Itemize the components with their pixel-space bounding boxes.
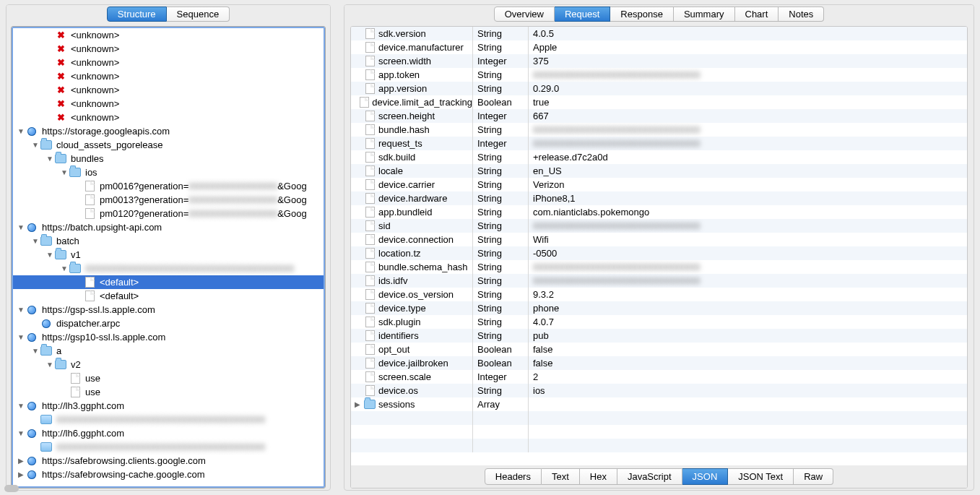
disclosure-triangle[interactable]: ▼ bbox=[16, 399, 26, 413]
json-row[interactable]: sidString0000000000000000000000000000000… bbox=[351, 219, 967, 233]
json-row[interactable]: screen.widthInteger375 bbox=[351, 54, 967, 68]
format-tab-raw[interactable]: Raw bbox=[794, 468, 833, 485]
tree-row[interactable]: 0000000000000000000000000000000000000000 bbox=[13, 413, 324, 426]
tab-overview[interactable]: Overview bbox=[494, 7, 555, 22]
disclosure-triangle[interactable]: ▼ bbox=[45, 358, 55, 371]
disclosure-triangle[interactable]: ▼ bbox=[45, 152, 55, 165]
tree-row[interactable]: dispatcher.arpc bbox=[13, 317, 324, 330]
tree-row[interactable]: ▼a bbox=[13, 344, 324, 358]
format-tab-text[interactable]: Text bbox=[542, 468, 580, 485]
disclosure-triangle[interactable]: ▼ bbox=[16, 124, 26, 138]
format-tab-hex[interactable]: Hex bbox=[580, 468, 617, 485]
tree-row[interactable]: ▼v2 bbox=[13, 358, 324, 371]
json-row[interactable]: ▶sessionsArray bbox=[351, 397, 967, 411]
json-row[interactable]: device.connectionStringWifi bbox=[351, 233, 967, 246]
json-row[interactable]: device.carrierStringVerizon bbox=[351, 178, 967, 191]
json-row[interactable]: device.jailbrokenBooleanfalse bbox=[351, 356, 967, 370]
tree-row[interactable]: ✖<unknown> bbox=[13, 56, 324, 69]
tree-row[interactable]: ▼bundles bbox=[13, 152, 324, 165]
json-row[interactable]: opt_outBooleanfalse bbox=[351, 343, 967, 356]
tree-row[interactable]: <default> bbox=[13, 289, 324, 303]
disclosure-triangle[interactable]: ▼ bbox=[59, 165, 69, 179]
tree-row[interactable]: ▼batch bbox=[13, 234, 324, 248]
json-row[interactable]: bundle.schema_hashString0000000000000000… bbox=[351, 260, 967, 274]
tree-row[interactable]: pm0120?generation=00000000000000000&Goog bbox=[13, 207, 324, 220]
disclosure-triangle[interactable]: ▼ bbox=[16, 220, 26, 234]
format-tab-javascript[interactable]: JavaScript bbox=[617, 468, 682, 485]
structure-tree[interactable]: ✖<unknown>✖<unknown>✖<unknown>✖<unknown>… bbox=[13, 28, 324, 486]
tree-row[interactable]: pm0013?generation=00000000000000000&Goog bbox=[13, 193, 324, 207]
format-tab-json[interactable]: JSON bbox=[682, 468, 729, 485]
json-row[interactable]: device.limit_ad_trackingBooleantrue bbox=[351, 95, 967, 109]
json-row[interactable]: screen.scaleInteger2 bbox=[351, 370, 967, 384]
horizontal-scrollbar[interactable] bbox=[6, 485, 331, 491]
tree-row[interactable]: ▼https://batch.upsight-api.com bbox=[13, 220, 324, 234]
tree-row[interactable]: use bbox=[13, 385, 324, 399]
tree-row[interactable]: ✖<unknown> bbox=[13, 111, 324, 124]
tree-row[interactable]: ▼https://storage.googleapis.com bbox=[13, 124, 324, 138]
disclosure-triangle[interactable]: ▼ bbox=[59, 262, 69, 275]
json-type: Integer bbox=[473, 137, 529, 150]
tab-notes[interactable]: Notes bbox=[779, 7, 824, 22]
json-row[interactable]: sdk.pluginString4.0.7 bbox=[351, 315, 967, 329]
tree-row[interactable]: ▼http://lh3.ggpht.com bbox=[13, 399, 324, 413]
tree-row[interactable]: ▶https://safebrowsing-cache.google.com bbox=[13, 468, 324, 481]
tab-sequence[interactable]: Sequence bbox=[167, 7, 230, 22]
tree-row[interactable]: ✖<unknown> bbox=[13, 83, 324, 97]
tab-structure[interactable]: Structure bbox=[107, 7, 167, 22]
json-row[interactable]: identifiersStringpub bbox=[351, 329, 967, 343]
json-row[interactable]: localeStringen_US bbox=[351, 164, 967, 178]
json-row[interactable]: location.tzString-0500 bbox=[351, 246, 967, 260]
tree-row[interactable]: ✖<unknown> bbox=[13, 69, 324, 83]
json-row[interactable]: app.tokenString0000000000000000000000000… bbox=[351, 68, 967, 82]
tree-row[interactable]: pm0016?generation=00000000000000000&Goog bbox=[13, 179, 324, 193]
right-tabs: OverviewRequestResponseSummaryChartNotes bbox=[344, 5, 974, 23]
tree-row[interactable]: ▼000000000000000000000000000000000000000… bbox=[13, 262, 324, 275]
tree-row[interactable]: ✖<unknown> bbox=[13, 97, 324, 111]
json-row[interactable]: request_tsInteger00000000000000000000000… bbox=[351, 137, 967, 150]
json-value: ios bbox=[529, 384, 967, 397]
json-row[interactable]: device.os_versionString9.3.2 bbox=[351, 288, 967, 301]
disclosure-triangle[interactable]: ▼ bbox=[16, 303, 26, 317]
disclosure-triangle[interactable]: ▶ bbox=[16, 468, 26, 481]
disclosure-triangle[interactable]: ▶ bbox=[351, 400, 364, 408]
format-tab-json text[interactable]: JSON Text bbox=[728, 468, 794, 485]
disclosure-triangle[interactable]: ▼ bbox=[30, 344, 40, 358]
tree-row[interactable]: 0000000000000000000000000000000000000000 bbox=[13, 440, 324, 454]
tree-row[interactable]: ▼https://gsp-ssl.ls.apple.com bbox=[13, 303, 324, 317]
tree-row[interactable]: use bbox=[13, 371, 324, 385]
json-row[interactable]: app.versionString0.29.0 bbox=[351, 82, 967, 95]
json-row[interactable]: bundle.hashString00000000000000000000000… bbox=[351, 123, 967, 137]
scrollbar-thumb[interactable] bbox=[6, 485, 19, 491]
tree-row[interactable]: ▶https://safebrowsing.clients.google.com bbox=[13, 454, 324, 468]
disclosure-triangle[interactable]: ▼ bbox=[16, 426, 26, 440]
json-row[interactable]: screen.heightInteger667 bbox=[351, 109, 967, 123]
disclosure-triangle[interactable]: ▼ bbox=[30, 138, 40, 152]
json-row[interactable]: sdk.versionString4.0.5 bbox=[351, 27, 967, 40]
json-row[interactable]: device.typeStringphone bbox=[351, 301, 967, 315]
tab-response[interactable]: Response bbox=[610, 7, 674, 22]
json-row[interactable]: device.manufacturerStringApple bbox=[351, 40, 967, 54]
tree-row[interactable]: ▼http://lh6.ggpht.com bbox=[13, 426, 324, 440]
tree-row[interactable]: ✖<unknown> bbox=[13, 42, 324, 56]
tree-row[interactable]: ✖<unknown> bbox=[13, 28, 324, 42]
json-row[interactable]: device.hardwareStringiPhone8,1 bbox=[351, 191, 967, 205]
tree-row[interactable]: <default> bbox=[13, 275, 324, 289]
disclosure-triangle[interactable]: ▼ bbox=[30, 234, 40, 248]
tree-row[interactable]: ▼https://gsp10-ssl.ls.apple.com bbox=[13, 330, 324, 344]
json-row[interactable]: sdk.buildString+release.d7c2a0d bbox=[351, 150, 967, 164]
tab-request[interactable]: Request bbox=[555, 7, 610, 22]
tree-row[interactable]: ▼cloud_assets_pgorelease bbox=[13, 138, 324, 152]
tab-summary[interactable]: Summary bbox=[674, 7, 735, 22]
tree-row[interactable]: ▼ios bbox=[13, 165, 324, 179]
json-table[interactable]: sdk.versionString4.0.5device.manufacture… bbox=[351, 27, 967, 465]
disclosure-triangle[interactable]: ▶ bbox=[16, 454, 26, 468]
json-row[interactable]: device.osStringios bbox=[351, 384, 967, 397]
format-tab-headers[interactable]: Headers bbox=[485, 468, 542, 485]
disclosure-triangle[interactable]: ▼ bbox=[16, 330, 26, 344]
json-row[interactable]: ids.idfvString00000000000000000000000000… bbox=[351, 274, 967, 288]
disclosure-triangle[interactable]: ▼ bbox=[45, 248, 55, 262]
json-row[interactable]: app.bundleidStringcom.nianticlabs.pokemo… bbox=[351, 205, 967, 219]
tree-row[interactable]: ▼v1 bbox=[13, 248, 324, 262]
tab-chart[interactable]: Chart bbox=[735, 7, 779, 22]
